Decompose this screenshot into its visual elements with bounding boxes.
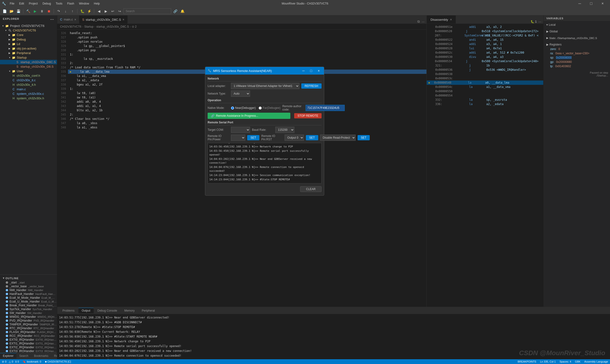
- maximize-button[interactable]: □: [586, 0, 597, 7]
- target-com-select[interactable]: [231, 127, 250, 133]
- outline-item[interactable]: RCC_IRQHandlerRCC_IRQHandler: [0, 334, 57, 338]
- tab-startup-close[interactable]: ×: [122, 18, 124, 21]
- mrs-dialog[interactable]: 🔧 MRS Sensorless Remote Assistant(NEAR) …: [205, 67, 324, 195]
- back-button[interactable]: ◀: [96, 8, 102, 14]
- tree-user[interactable]: ▾ 📁 User: [0, 69, 57, 73]
- tree-system-c[interactable]: C system_ch32v30x.c: [0, 91, 57, 96]
- tree-obj[interactable]: ▶ 📁 obj (on-active): [0, 46, 57, 51]
- notification-btn[interactable]: 🔔: [179, 8, 186, 14]
- vars-global-title[interactable]: ▶ Global: [545, 29, 608, 34]
- tree-it-c[interactable]: C ch32v30x_it.c: [0, 78, 57, 82]
- tree-startup[interactable]: ▾ 📁 Startup: [0, 55, 57, 60]
- stop-remote-button[interactable]: STOP REMOTE: [294, 113, 322, 118]
- outline-item[interactable]: TAMPER_IRQHandlerTAMPER_IRQHandler: [0, 323, 57, 326]
- outline-item[interactable]: Break_Point_HandlerBreak_Point_Handler: [0, 303, 57, 307]
- tab-main-c[interactable]: C main.c ×: [57, 15, 80, 24]
- tree-system-h[interactable]: H system_ch32v30x.h: [0, 96, 57, 101]
- near-debugger-option[interactable]: Near(Debugger): [231, 106, 256, 110]
- debug-button[interactable]: 🐛: [79, 8, 85, 14]
- refresh-button[interactable]: REFRESH: [301, 83, 322, 89]
- tree-startup-d8c[interactable]: S startup_ch32v30x_D8C.S: [0, 60, 57, 64]
- tab-problems[interactable]: Problems: [59, 308, 78, 313]
- breadcrumb-symbol[interactable]: ⊙ 2: [132, 25, 137, 28]
- outline-item[interactable]: HardFault_HandlerHardFault_Handler: [0, 292, 57, 296]
- tab-output[interactable]: Output: [79, 308, 94, 313]
- tree-core[interactable]: ▶ 📁 Core: [0, 33, 57, 37]
- dialog-maximize-button[interactable]: □: [308, 68, 314, 74]
- vars-local-title[interactable]: ▾ Local: [545, 22, 608, 27]
- tree-peripheral[interactable]: ▶ 📁 Peripheral: [0, 51, 57, 55]
- new-file-button[interactable]: 📄: [1, 8, 8, 14]
- outline-item[interactable]: Ecall_U_Mode_HandlerEcall_U_Mode_H...: [0, 300, 57, 303]
- save-button[interactable]: 💾: [15, 8, 21, 14]
- io-rst-select[interactable]: Output 0: [285, 135, 304, 141]
- remote-assist-button[interactable]: 🔗 Remote Assistance In Progress...: [208, 113, 290, 119]
- network-type-select[interactable]: Auto: [231, 91, 250, 97]
- open-button[interactable]: 📂: [8, 8, 14, 14]
- step-into-button[interactable]: ↓: [63, 8, 69, 14]
- outline-item[interactable]: _start_start: [0, 281, 57, 285]
- far-debuggee-option[interactable]: Far(Debugee): [259, 106, 280, 110]
- tab-peripheral[interactable]: Peripheral: [138, 308, 158, 313]
- outline-item[interactable]: SW_HandlerSW_Handler: [0, 311, 57, 315]
- near-debugger-radio[interactable]: [231, 106, 234, 110]
- pause-button[interactable]: ⏸: [39, 8, 45, 14]
- tree-main-c[interactable]: C main.c: [0, 87, 57, 91]
- outline-item[interactable]: NMI_HandlerNMI_Handler: [0, 288, 57, 292]
- redo-button[interactable]: ↪: [117, 8, 123, 14]
- menu-edit[interactable]: Edit: [17, 1, 26, 6]
- step-over-button[interactable]: ↷: [55, 8, 62, 14]
- code-protect-set-button[interactable]: SET: [358, 135, 370, 140]
- tree-conf-h[interactable]: H ch32v30x_conf.h: [0, 73, 57, 78]
- remote-author-input[interactable]: [305, 105, 345, 111]
- far-debuggee-radio[interactable]: [259, 106, 262, 110]
- io-rst-set-button[interactable]: SET: [306, 135, 318, 140]
- references-tab[interactable]: References: [51, 353, 57, 359]
- menu-debug[interactable]: Debug: [40, 1, 53, 6]
- dis-tab[interactable]: Disassembly ×: [427, 15, 456, 24]
- menu-file[interactable]: File: [8, 1, 16, 6]
- menu-window[interactable]: Window: [77, 1, 91, 6]
- tree-project[interactable]: ▾ 📁 Project: CH32V307VCT6: [0, 24, 57, 28]
- tree-ch32v307vct6[interactable]: ▾ 🔌 CH32V307VCT6: [0, 28, 57, 33]
- split-editor-button[interactable]: ⧉: [417, 20, 420, 24]
- tree-it-h[interactable]: H ch32v30x_it.h: [0, 82, 57, 87]
- dis-debug-btn[interactable]: 🐛 1: [530, 20, 537, 23]
- outline-item[interactable]: EXTI2_IRQHandlerEXTI2_IRQHandler: [0, 345, 57, 349]
- tab-memory[interactable]: Memory: [121, 308, 138, 313]
- tree-startup-d8[interactable]: S startup_ch32v30x_D8.S: [0, 64, 57, 69]
- outline-item[interactable]: Ecall_M_Mode_HandlerEcall_M_Mode_Ha...: [0, 296, 57, 300]
- search-tab[interactable]: Search: [16, 353, 31, 359]
- outline-item[interactable]: _vector_base_vector_base: [0, 285, 57, 288]
- clear-button[interactable]: CLEAR: [300, 186, 322, 192]
- tree-ld[interactable]: ▶ 📁 Ld: [0, 42, 57, 46]
- tab-main-c-close[interactable]: ×: [74, 18, 76, 21]
- menu-flash[interactable]: Flash: [65, 1, 76, 6]
- dis-tab-close[interactable]: ×: [450, 18, 452, 21]
- flash-button[interactable]: ⚡: [86, 8, 92, 14]
- stop-button[interactable]: ⏹: [46, 8, 52, 14]
- outline-item[interactable]: FLASH_IRQHandlerFLASH_IRQHandler: [0, 330, 57, 334]
- vars-registers-title[interactable]: ▶ Registers: [545, 42, 608, 47]
- tab-debug-console[interactable]: Debug Console: [94, 308, 121, 313]
- dialog-minimize-button[interactable]: ─: [301, 68, 306, 74]
- outline-item[interactable]: WWDG_IRQHandlerWWDG_IRQHandler: [0, 315, 57, 319]
- vars-static-title[interactable]: ▶ Static ./Startup/startup_ch32v30x_D8C.…: [545, 36, 608, 40]
- outline-item[interactable]: PVD_IRQHandlerPVD_IRQHandler: [0, 319, 57, 323]
- remote-btn[interactable]: 🔗: [172, 8, 178, 14]
- local-adapter-select[interactable]: 1.VMware Virtual Ethernet Adapter for VM…: [231, 83, 299, 89]
- menu-tools[interactable]: Tools: [54, 1, 64, 6]
- explorer-more-button[interactable]: ···: [50, 17, 54, 22]
- search-input[interactable]: [123, 8, 171, 14]
- menu-help[interactable]: Help: [92, 1, 102, 6]
- baud-rate-select[interactable]: 115200: [275, 127, 294, 133]
- minimize-button[interactable]: ─: [574, 0, 585, 7]
- tree-debug[interactable]: ▶ 📁 Debug: [0, 37, 57, 42]
- code-protect-select[interactable]: Disable Read-Protect: [320, 135, 356, 141]
- outline-item[interactable]: EXTI0_IRQHandlerEXTI0_IRQHandler: [0, 338, 57, 342]
- build-button[interactable]: 🔨: [25, 8, 31, 14]
- io-power-set-button[interactable]: SET: [247, 135, 259, 140]
- breadcrumb-file[interactable]: startup_ch32v30x_D8C.S: [96, 25, 129, 28]
- run-button[interactable]: ▶: [32, 8, 38, 14]
- breadcrumb-startup[interactable]: Startup: [84, 25, 93, 28]
